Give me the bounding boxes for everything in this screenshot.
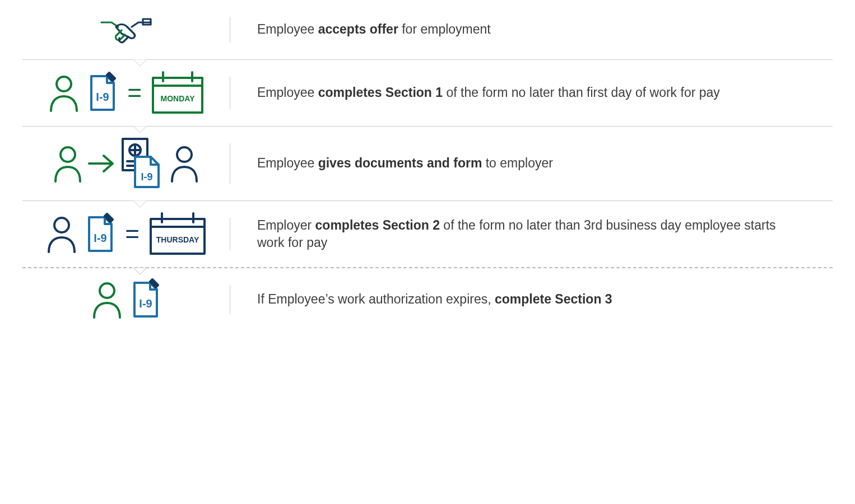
svg-text:I-9: I-9 (96, 91, 109, 103)
svg-point-2 (57, 77, 71, 91)
person-icon (90, 279, 124, 320)
svg-point-29 (100, 283, 114, 298)
step-5-text: If Employee’s work authorization expires… (230, 291, 833, 308)
calendar-icon: MONDAY (150, 70, 206, 116)
step-4-text: Employer completes Section 2 of the form… (230, 217, 833, 251)
step-3: I-9 Employee gives documents and form to… (0, 127, 855, 200)
step-4-icons: I-9 = THURSDAY (22, 211, 230, 257)
equals-sign: = (127, 81, 142, 105)
equals-sign: = (125, 222, 140, 246)
handshake-icon (99, 10, 153, 49)
step-2: I-9 = MONDAY Employee completes Section … (0, 60, 855, 126)
step-4: I-9 = THURSDAY Employer completes Sectio… (0, 201, 855, 267)
svg-text:MONDAY: MONDAY (160, 94, 195, 103)
person-icon (52, 143, 83, 184)
form-icon: I-9 (82, 213, 117, 255)
step-1: Employee accepts offer for employment (0, 0, 855, 59)
svg-text:I-9: I-9 (139, 297, 152, 310)
svg-text:I-9: I-9 (94, 232, 106, 244)
svg-point-21 (54, 218, 69, 232)
step-5: I-9 If Employee’s work authorization exp… (0, 268, 855, 331)
step-1-text: Employee accepts offer for employment (230, 21, 833, 38)
form-icon: I-9 (85, 72, 119, 114)
step-2-text: Employee completes Section 1 of the form… (230, 84, 833, 101)
person-icon (44, 214, 79, 254)
form-icon: I-9 (128, 278, 162, 321)
arrow-right-icon (87, 152, 116, 175)
step-3-icons: I-9 (22, 137, 230, 190)
step-3-text: Employee gives documents and form to emp… (230, 155, 833, 172)
process-diagram: Employee accepts offer for employment (0, 0, 855, 331)
step-2-icons: I-9 = MONDAY (22, 70, 230, 116)
svg-text:THURSDAY: THURSDAY (156, 235, 199, 244)
svg-point-19 (177, 147, 192, 162)
documents-icon: I-9 (119, 137, 163, 190)
calendar-icon: THURSDAY (147, 211, 208, 257)
step-5-icons: I-9 (22, 278, 230, 321)
svg-text:I-9: I-9 (141, 171, 152, 183)
step-1-icons (22, 10, 230, 49)
person-icon (47, 73, 81, 113)
person-icon (169, 143, 200, 184)
svg-point-10 (61, 147, 75, 162)
